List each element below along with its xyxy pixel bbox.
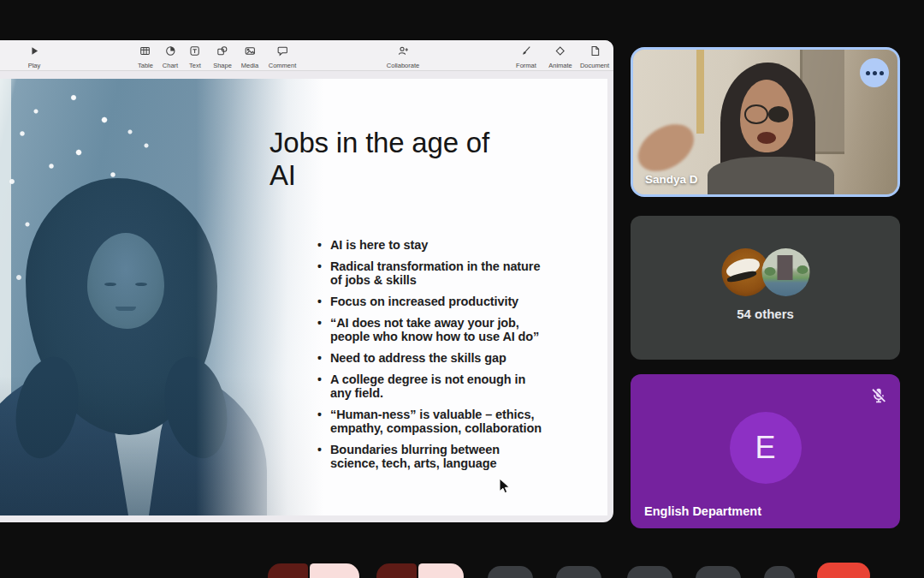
slide-title: Jobs in the age of AI: [270, 127, 543, 193]
mic-toggle-segment[interactable]: [310, 563, 359, 578]
more-options-button[interactable]: [764, 566, 795, 578]
chart-icon: [165, 45, 176, 60]
bullet-item: •Focus on increased productivity: [317, 295, 576, 308]
participant-name: Sandya D: [645, 173, 698, 186]
shape-button[interactable]: Shape: [213, 45, 232, 69]
chart-label: Chart: [163, 62, 178, 69]
bullet-item: •“AI does not take away your job, people…: [317, 316, 576, 343]
comment-button[interactable]: Comment: [269, 45, 297, 69]
others-count-label: 54 others: [631, 307, 900, 321]
mouse-cursor: [499, 478, 510, 494]
camera-button-off[interactable]: [376, 563, 464, 578]
format-label: Format: [516, 62, 536, 69]
slide: Jobs in the age of AI •AI is here to sta…: [0, 79, 607, 515]
bullet-item: •AI is here to stay: [317, 238, 576, 252]
text-icon: [189, 45, 200, 60]
bullet-item: •Need to address the skills gap: [317, 351, 576, 365]
comment-label: Comment: [269, 62, 297, 69]
format-icon: [520, 45, 531, 60]
reactions-button[interactable]: [556, 566, 601, 578]
mic-dropdown-segment[interactable]: [268, 563, 308, 578]
comment-icon: [276, 45, 287, 60]
media-button[interactable]: Media: [241, 45, 258, 69]
table-icon: [140, 45, 151, 60]
leave-call-button[interactable]: [817, 563, 870, 578]
keynote-window: Play Table Chart Text Shape Media: [0, 40, 613, 522]
mic-off-icon: [869, 386, 888, 405]
play-button[interactable]: Play: [28, 45, 41, 69]
bullet-item: •Boundaries blurring between science, te…: [317, 443, 576, 470]
overflow-avatars: [721, 248, 809, 296]
shape-label: Shape: [213, 62, 232, 69]
text-button[interactable]: Text: [189, 45, 201, 69]
meeting-screen: Play Table Chart Text Shape Media: [0, 0, 924, 578]
media-icon: [245, 45, 256, 60]
chart-button[interactable]: Chart: [163, 45, 178, 69]
document-button[interactable]: Document: [580, 45, 609, 69]
keynote-toolbar: Play Table Chart Text Shape Media: [0, 40, 613, 71]
participant-name: English Department: [644, 504, 761, 518]
media-label: Media: [241, 62, 258, 69]
format-button[interactable]: Format: [516, 45, 536, 69]
document-icon: [589, 45, 601, 60]
slide-bullet-list: •AI is here to stay •Radical transformat…: [317, 238, 576, 478]
collaborate-label: Collaborate: [387, 62, 419, 69]
collaborate-icon: [397, 45, 408, 60]
more-dots-icon: [866, 71, 870, 75]
animate-icon: [554, 45, 566, 60]
tile-more-options-button[interactable]: [860, 58, 889, 87]
camera-toggle-segment[interactable]: [418, 563, 464, 578]
bullet-item: •A college degree is not enough in any f…: [317, 372, 576, 400]
bullet-item: •“Human-ness” is valuable – ethics, empa…: [317, 408, 576, 435]
table-button[interactable]: Table: [138, 45, 153, 69]
play-icon: [29, 45, 40, 60]
captions-button[interactable]: [488, 566, 533, 578]
avatar-letter: E: [730, 412, 802, 484]
text-label: Text: [189, 62, 201, 69]
participant-tile-others[interactable]: 54 others: [631, 216, 900, 360]
raise-hand-button[interactable]: [696, 566, 741, 578]
animate-label: Animate: [548, 62, 572, 69]
shape-icon: [217, 45, 228, 60]
participant-tile-sandya[interactable]: Sandya D: [631, 47, 900, 197]
present-screen-button[interactable]: [627, 566, 672, 578]
document-label: Document: [580, 62, 609, 69]
animate-button[interactable]: Animate: [548, 45, 572, 69]
microphone-button-muted[interactable]: [268, 563, 359, 578]
bullet-item: •Radical transformation in the nature of…: [317, 259, 576, 287]
avatar-castle: [761, 248, 809, 296]
participant-tile-english-department[interactable]: E English Department: [631, 374, 900, 528]
play-label: Play: [28, 62, 41, 69]
collaborate-button[interactable]: Collaborate: [387, 45, 419, 69]
table-label: Table: [138, 62, 153, 69]
camera-dropdown-segment[interactable]: [376, 563, 417, 578]
